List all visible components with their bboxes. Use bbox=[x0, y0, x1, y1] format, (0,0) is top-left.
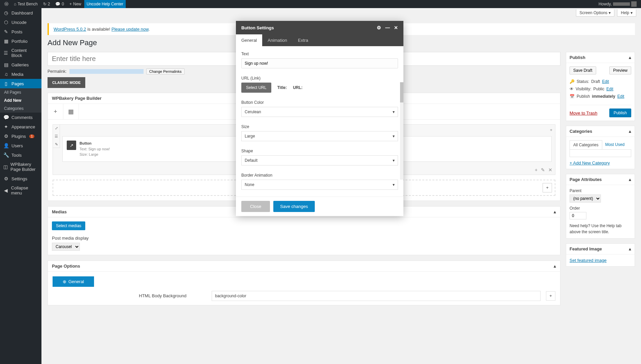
add-section-button[interactable]: + bbox=[543, 183, 552, 192]
sidebar-item-dashboard[interactable]: ◷Dashboard bbox=[0, 8, 41, 18]
modal-save-button[interactable]: Save changes bbox=[273, 201, 314, 212]
attrs-help: Need help? Use the Help tab above the sc… bbox=[570, 223, 631, 235]
uncode-help[interactable]: Uncode Help Center bbox=[84, 0, 126, 8]
sidebar-sub-all-pages[interactable]: All Pages bbox=[0, 88, 41, 96]
edit-row-icon[interactable]: ✎ bbox=[53, 141, 60, 148]
edit-status-link[interactable]: Edit bbox=[602, 79, 609, 84]
button-shape-select[interactable]: Default▾ bbox=[241, 155, 398, 165]
most-used-tab[interactable]: Most Used bbox=[602, 140, 628, 149]
sidebar-item-uncode[interactable]: ⬡Uncode bbox=[0, 18, 41, 27]
publish-panel: Publish▴ Save Draft Preview 🔑Status: Dra… bbox=[566, 52, 635, 121]
wp-version-link[interactable]: WordPress 5.0.2 bbox=[54, 27, 86, 32]
bg-select[interactable]: background-color bbox=[212, 291, 541, 301]
add-element-icon[interactable]: + bbox=[48, 104, 63, 119]
wp-logo[interactable]: ⓦ bbox=[2, 0, 11, 8]
edit-publish-link[interactable]: Edit bbox=[617, 94, 624, 99]
sidebar-sub-add-new[interactable]: Add New bbox=[0, 96, 41, 104]
sidebar-item-content-block[interactable]: ☰Content Block bbox=[0, 46, 41, 60]
expand-icon[interactable]: ⤢ bbox=[53, 125, 60, 131]
set-featured-image-link[interactable]: Set featured image bbox=[570, 258, 607, 263]
sidebar-item-settings[interactable]: ⚙Settings bbox=[0, 174, 41, 183]
modal-close-button[interactable]: Close bbox=[241, 201, 270, 212]
save-draft-button[interactable]: Save Draft bbox=[570, 66, 596, 74]
sidebar-item-users[interactable]: 👤Users bbox=[0, 141, 41, 150]
sidebar-item-comments[interactable]: 💬Comments bbox=[0, 113, 41, 122]
chevron-down-icon: ▾ bbox=[393, 134, 395, 139]
sidebar-item-galleries[interactable]: ▤Galleries bbox=[0, 60, 41, 69]
col-edit-icon[interactable]: ✎ bbox=[541, 167, 545, 173]
sidebar-item-posts[interactable]: ✎Posts bbox=[0, 27, 41, 36]
parent-select[interactable]: (no parent) bbox=[570, 194, 601, 203]
general-tab[interactable]: ⊕ General bbox=[53, 276, 94, 287]
gear-icon[interactable]: ⚙ bbox=[377, 25, 381, 30]
menu-icon: ◫ bbox=[3, 164, 8, 170]
toggle-icon[interactable]: ▴ bbox=[629, 177, 631, 182]
site-name[interactable]: ⌂ Test Bench bbox=[11, 0, 40, 8]
page-options-title: Page Options bbox=[52, 264, 80, 269]
classic-mode-button[interactable]: CLASSIC MODE bbox=[48, 77, 85, 88]
media-display-select[interactable]: Carousel bbox=[52, 243, 80, 251]
all-categories-tab[interactable]: All Categories bbox=[570, 140, 602, 149]
tab-extra[interactable]: Extra bbox=[293, 34, 313, 46]
menu-icon: ✦ bbox=[3, 124, 9, 129]
chevron-down-icon: ▾ bbox=[393, 110, 395, 114]
toggle-icon[interactable]: ▴ bbox=[629, 55, 631, 60]
permalink-value bbox=[69, 69, 144, 74]
button-text-input[interactable] bbox=[241, 58, 398, 68]
edit-visibility-link[interactable]: Edit bbox=[606, 87, 613, 91]
new-content[interactable]: + New bbox=[67, 0, 84, 8]
chevron-down-icon: ▾ bbox=[393, 158, 395, 163]
col-add-icon[interactable]: + bbox=[535, 167, 538, 173]
admin-sidebar: ◷Dashboard⬡Uncode✎Posts▦Portfolio☰Conten… bbox=[0, 8, 41, 314]
permalink-label: Permalink: bbox=[48, 69, 67, 74]
modal-scrollbar[interactable] bbox=[400, 82, 403, 180]
comments[interactable]: 💬 0 bbox=[53, 0, 66, 8]
update-now-link[interactable]: Please update now bbox=[112, 27, 149, 32]
order-input[interactable] bbox=[570, 212, 586, 219]
sidebar-item-wpbakery-page-builder[interactable]: ◫WPBakery Page Builder bbox=[0, 160, 41, 174]
sidebar-item-pages[interactable]: ▯Pages bbox=[0, 79, 41, 88]
change-permalinks-button[interactable]: Change Permalinks bbox=[146, 68, 185, 74]
columns-icon[interactable]: ☰ bbox=[53, 133, 60, 140]
toggle-icon[interactable]: ▴ bbox=[629, 129, 631, 134]
sidebar-item-portfolio[interactable]: ▦Portfolio bbox=[0, 36, 41, 46]
bg-add-icon[interactable]: + bbox=[546, 291, 555, 301]
sidebar-item-media[interactable]: ♫Media bbox=[0, 69, 41, 79]
button-color-select[interactable]: Cerulean▾ bbox=[241, 107, 398, 117]
help-button[interactable]: Help ▾ bbox=[617, 9, 636, 17]
move-to-trash-link[interactable]: Move to Trash bbox=[570, 111, 597, 116]
media-display-label: Post media display bbox=[52, 236, 556, 241]
sidebar-sub-categories[interactable]: Categories bbox=[0, 104, 41, 113]
updates[interactable]: ↻ 2 bbox=[41, 0, 53, 8]
text-label: Text bbox=[241, 52, 398, 56]
add-category-link[interactable]: + Add New Category bbox=[570, 160, 610, 165]
howdy[interactable]: Howdy, bbox=[596, 0, 639, 8]
sidebar-item-collapse-menu[interactable]: ◀Collapse menu bbox=[0, 183, 41, 198]
sidebar-item-appearance[interactable]: ✦Appearance bbox=[0, 122, 41, 131]
modal-title: Button Settings bbox=[241, 25, 274, 30]
tab-general[interactable]: General bbox=[236, 34, 262, 46]
select-medias-button[interactable]: Select medias bbox=[52, 221, 85, 230]
sidebar-item-tools[interactable]: 🔧Tools bbox=[0, 150, 41, 160]
menu-icon: 💬 bbox=[3, 115, 9, 120]
featured-image-panel: Featured Image▴ Set featured image bbox=[566, 243, 635, 267]
toggle-icon[interactable]: ▴ bbox=[554, 264, 556, 269]
button-size-select[interactable]: Large▾ bbox=[241, 131, 398, 141]
menu-icon: 🔧 bbox=[3, 152, 9, 158]
preview-button[interactable]: Preview bbox=[609, 66, 631, 74]
select-url-button[interactable]: Select URL bbox=[241, 83, 271, 93]
toggle-icon[interactable]: ▴ bbox=[629, 246, 631, 251]
screen-options-button[interactable]: Screen Options ▾ bbox=[576, 9, 615, 17]
sidebar-item-plugins[interactable]: ⚙Plugins1 bbox=[0, 131, 41, 141]
menu-icon: ▤ bbox=[3, 62, 9, 67]
row-add-icon[interactable]: + bbox=[550, 127, 552, 132]
toggle-icon[interactable]: ▴ bbox=[554, 209, 556, 214]
publish-button[interactable]: Publish bbox=[609, 109, 631, 117]
border-animation-select[interactable]: None▾ bbox=[241, 180, 398, 190]
template-icon[interactable]: ▦ bbox=[63, 104, 79, 119]
minimize-icon[interactable]: — bbox=[385, 25, 390, 30]
menu-icon: ▯ bbox=[3, 81, 9, 86]
col-delete-icon[interactable]: ✕ bbox=[548, 167, 552, 173]
tab-animation[interactable]: Animation bbox=[262, 34, 293, 46]
close-icon[interactable]: ✕ bbox=[394, 25, 398, 30]
